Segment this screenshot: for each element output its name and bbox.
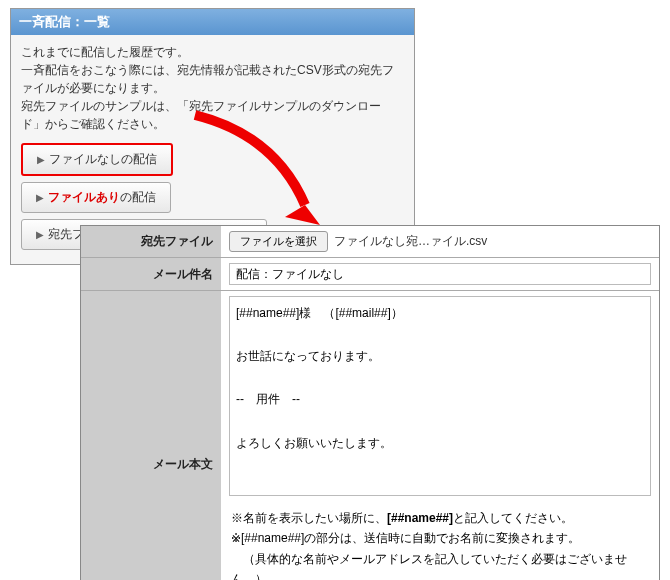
field-label: メール件名 [81, 258, 221, 290]
send-without-file-button[interactable]: ▶ファイルなしの配信 [21, 143, 173, 176]
note-line: ※名前を表示したい場所に、[##name##]と記入してください。 [231, 508, 649, 528]
field-value: ※名前を表示したい場所に、[##name##]と記入してください。 ※[##na… [221, 291, 659, 580]
subject-input[interactable] [229, 263, 651, 285]
triangle-icon: ▶ [36, 229, 44, 240]
button-label-strong: ファイルあり [48, 190, 120, 204]
send-with-file-button[interactable]: ▶ファイルありの配信 [21, 182, 171, 213]
desc-line: 宛先ファイルのサンプルは、「宛先ファイルサンプルのダウンロード」からご確認くださ… [21, 97, 404, 133]
note-line: （具体的な名前やメールアドレスを記入していただく必要はございません。） [231, 549, 649, 580]
recipient-file-row: 宛先ファイル ファイルを選択 ファイルなし宛…ァイル.csv [81, 226, 659, 258]
body-notes: ※名前を表示したい場所に、[##name##]と記入してください。 ※[##na… [229, 502, 651, 580]
panel-title: 一斉配信：一覧 [11, 9, 414, 35]
mail-compose-form: 宛先ファイル ファイルを選択 ファイルなし宛…ァイル.csv メール件名 メール… [80, 225, 660, 580]
field-value: ファイルを選択 ファイルなし宛…ァイル.csv [221, 226, 659, 257]
choose-file-button[interactable]: ファイルを選択 [229, 231, 328, 252]
triangle-icon: ▶ [37, 154, 45, 165]
field-value [221, 258, 659, 290]
panel-description: これまでに配信した履歴です。 一斉配信をおこなう際には、宛先情報が記載されたCS… [21, 43, 404, 133]
field-label: メール本文 [81, 291, 221, 580]
desc-line: 一斉配信をおこなう際には、宛先情報が記載されたCSV形式の宛先ファイルが必要にな… [21, 61, 404, 97]
subject-row: メール件名 [81, 258, 659, 291]
triangle-icon: ▶ [36, 192, 44, 203]
button-label: ファイルなしの配信 [49, 152, 157, 166]
body-row: メール本文 ※名前を表示したい場所に、[##name##]と記入してください。 … [81, 291, 659, 580]
selected-file-name: ファイルなし宛…ァイル.csv [334, 233, 487, 250]
note-line: ※[##name##]の部分は、送信時に自動でお名前に変換されます。 [231, 528, 649, 548]
body-textarea[interactable] [229, 296, 651, 496]
desc-line: これまでに配信した履歴です。 [21, 43, 404, 61]
field-label: 宛先ファイル [81, 226, 221, 257]
placeholder-token: [##name##] [387, 511, 453, 525]
button-label-rest: の配信 [120, 190, 156, 204]
